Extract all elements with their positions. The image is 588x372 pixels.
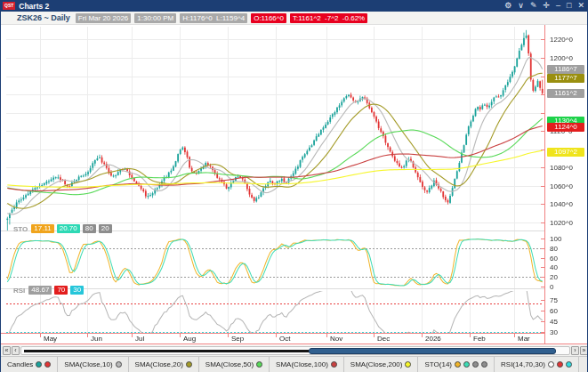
legend-label: SMA(Close,100) xyxy=(276,360,328,368)
chart-area: 1220^01200^01120^01080^01060^01040^01020… xyxy=(1,25,588,345)
scroll-first-button[interactable]: « xyxy=(3,346,11,355)
sma20-value-badge: 1177^7 xyxy=(547,74,584,83)
rsi-oversold: 30 xyxy=(70,286,84,295)
legend-color-dot xyxy=(548,361,554,368)
qst-logo: QST xyxy=(3,2,15,10)
legend-label: STO(14) xyxy=(424,360,452,368)
price-tick-1200: 1200^0 xyxy=(550,54,573,62)
sto-d-value: 20.70 xyxy=(57,224,80,233)
legend-color-dot xyxy=(405,361,411,368)
maximize-icon[interactable]: □ xyxy=(567,0,571,12)
last-price-badge: 1161^2 xyxy=(547,89,584,98)
time-label-Sep: Sep xyxy=(231,335,244,343)
window-title: Charts 2 xyxy=(19,2,49,11)
sto-tick-20: 20 xyxy=(550,273,558,281)
crosshair-icon[interactable]: ✛ xyxy=(543,0,550,12)
scrollbar-thumb[interactable] xyxy=(309,348,556,354)
sma10-value-badge: 1186^7 xyxy=(547,65,584,74)
time-label-Mar: Mar xyxy=(518,335,530,343)
scrollbar-range xyxy=(24,350,309,352)
quote-badges: Fri Mar 20 20261:30:00 PMH:1176^0 L:1159… xyxy=(76,13,367,23)
legend-item-sma-close-20-[interactable]: SMA(Close,20) xyxy=(129,357,199,372)
scrollbar-track[interactable] xyxy=(20,346,570,355)
legend-color-dot xyxy=(331,361,337,368)
chart-canvas[interactable] xyxy=(1,25,588,345)
minimize-icon[interactable]: – xyxy=(556,0,560,12)
info-bar: ZSK26 ~ Daily Fri Mar 20 20261:30:00 PMH… xyxy=(1,12,588,25)
legend-color-dot xyxy=(463,361,470,368)
date-badge: Fri Mar 20 2026 xyxy=(76,13,131,23)
legend-item-sma-close-50-[interactable]: SMA(Close,50) xyxy=(199,357,270,372)
chart-scrollbar: « ‹ › » xyxy=(1,345,588,356)
scroll-right-button[interactable]: › xyxy=(571,346,579,355)
chevron-down-icon[interactable]: ∨ xyxy=(518,0,524,12)
price-tick-1080: 1080^0 xyxy=(550,164,573,172)
legend-color-dot xyxy=(116,361,122,368)
legend-label: Candles xyxy=(7,360,33,368)
indicator-legend: CandlesSMA(Close,10)SMA(Close,20)SMA(Clo… xyxy=(1,356,588,372)
legend-label: SMA(Close,50) xyxy=(205,360,254,368)
price-tick-1020: 1020^0 xyxy=(550,219,573,227)
legend-item-sma-close-10-[interactable]: SMA(Close,10) xyxy=(58,357,128,372)
rsi-tick-60: 60 xyxy=(550,307,558,315)
scroll-last-button[interactable]: » xyxy=(580,346,588,355)
rsi-tick-45: 45 xyxy=(550,318,558,326)
time-label-Dec: Dec xyxy=(377,335,390,343)
time-label-2026: 2026 xyxy=(425,335,441,343)
sto-overbought: 80 xyxy=(83,224,96,233)
time-label-Aug: Aug xyxy=(183,335,196,343)
price-tick-1060: 1060^0 xyxy=(550,182,573,190)
time-label-Jul: Jul xyxy=(135,335,144,343)
legend-label: RSI(14,70,30) xyxy=(501,360,545,368)
rsi-tick-30: 30 xyxy=(550,328,558,336)
chart-window: QST Charts 2 ⚙∨✎✛–□✕ ZSK26 ~ Daily Fri M… xyxy=(0,0,588,372)
legend-color-dot xyxy=(256,361,262,368)
sto-tick-60: 60 xyxy=(550,255,558,263)
symbol-label: ZSK26 ~ Daily xyxy=(17,13,70,22)
rsi-tick-75: 75 xyxy=(550,296,558,304)
time-label-Feb: Feb xyxy=(473,335,486,343)
window-controls: ⚙∨✎✛–□✕ xyxy=(504,0,588,12)
price-tick-1220: 1220^0 xyxy=(550,36,573,44)
sma200-value-badge: 1097^2 xyxy=(547,148,584,157)
sto-k-value: 17.11 xyxy=(31,224,53,233)
time-label-May: May xyxy=(44,335,57,343)
legend-item-sto-14-[interactable]: STO(14) xyxy=(418,357,495,372)
edit-icon[interactable]: ✎ xyxy=(530,0,537,12)
sto-label: STO xyxy=(13,225,28,233)
rsi-header[interactable]: RSI 48.677030 xyxy=(13,286,84,295)
last-change-badge: T:1161^2 -7^2 -0.62% xyxy=(290,13,367,23)
time-label-Oct: Oct xyxy=(279,335,290,343)
sto-tick-40: 40 xyxy=(550,263,558,271)
time-label-Nov: Nov xyxy=(330,335,342,343)
legend-label: SMA(Close,20) xyxy=(135,360,183,368)
legend-color-dot xyxy=(455,361,461,368)
legend-item-sma-close-200-[interactable]: SMA(Close,200) xyxy=(344,357,419,372)
time-badge: 1:30:00 PM xyxy=(134,13,176,23)
legend-item-candles[interactable]: Candles xyxy=(1,357,58,372)
rsi-overbought: 70 xyxy=(54,286,68,295)
rsi-value: 48.67 xyxy=(28,286,52,295)
close-icon[interactable]: ✕ xyxy=(577,0,584,12)
legend-item-sma-close-100-[interactable]: SMA(Close,100) xyxy=(270,357,344,372)
legend-color-dot xyxy=(481,361,487,368)
legend-label: SMA(Close,10) xyxy=(64,360,112,368)
legend-item-rsi-14-70-30-[interactable]: RSI(14,70,30) xyxy=(495,357,579,372)
price-tick-1040: 1040^0 xyxy=(550,200,573,208)
sto-header[interactable]: STO 17.1120.708020 xyxy=(13,224,112,233)
sto-tick-100: 100 xyxy=(550,235,561,243)
legend-color-dot xyxy=(472,361,479,368)
scroll-left-button[interactable]: ‹ xyxy=(12,346,20,355)
legend-color-dot xyxy=(557,361,563,368)
open-badge: O:1166^0 xyxy=(251,13,286,23)
high-low-badge: H:1176^0 L:1159^4 xyxy=(180,13,247,23)
legend-color-dot xyxy=(36,361,42,368)
settings-icon[interactable]: ⚙ xyxy=(504,0,511,12)
title-bar: QST Charts 2 ⚙∨✎✛–□✕ xyxy=(1,0,588,12)
sma100-value-badge: 1124^0 xyxy=(547,123,584,132)
sto-tick-80: 80 xyxy=(550,245,558,253)
sto-tick-0: 0 xyxy=(550,283,553,291)
sto-oversold: 20 xyxy=(99,224,112,233)
rsi-label: RSI xyxy=(13,287,25,295)
legend-color-dot xyxy=(44,361,51,368)
